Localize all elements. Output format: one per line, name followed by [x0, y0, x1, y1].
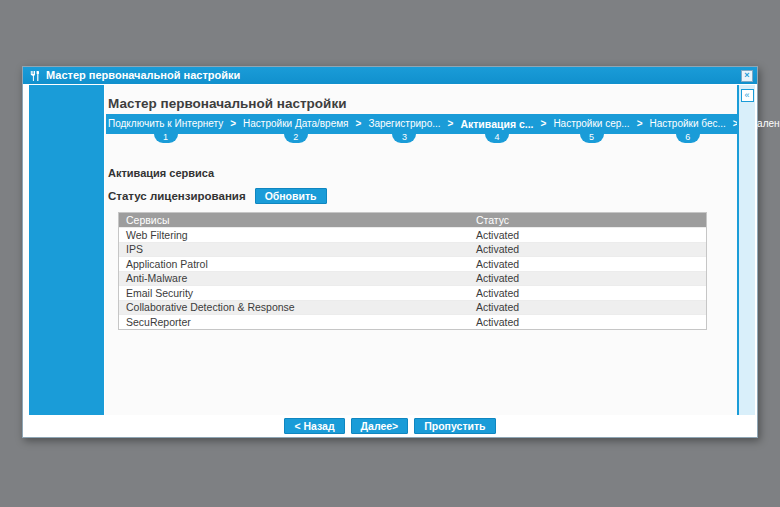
skip-button[interactable]: Пропустить: [414, 418, 495, 434]
step-label-column: Настройки Дата/время 2: [243, 114, 348, 143]
setup-wizard-dialog: Мастер первоначальной настройки × Мастер…: [22, 66, 758, 438]
dialog-body: Мастер первоначальной настройки > Подклю…: [23, 84, 757, 437]
service-name: Application Patrol: [119, 258, 476, 270]
step-label-column: Настройки сер... 5: [553, 114, 629, 143]
wizard-step[interactable]: > Настройки сер... 5: [534, 114, 630, 143]
service-status: Activated: [476, 258, 706, 270]
step-label-column: Активация с... 4: [460, 114, 533, 143]
wizard-step-label: Настройки сер...: [553, 114, 629, 134]
refresh-button[interactable]: Обновить: [255, 188, 327, 204]
service-name: IPS: [119, 243, 476, 255]
service-status: Activated: [476, 272, 706, 284]
wizard-step[interactable]: > Настройки Дата/время 2: [223, 114, 348, 143]
wizard-step-number: 5: [589, 133, 594, 141]
wizard-content: Мастер первоначальной настройки > Подклю…: [105, 85, 739, 415]
wizard-step-label: Активация с...: [460, 114, 533, 134]
wizard-step-number-badge: 5: [580, 134, 604, 143]
wizard-step-number: 2: [293, 133, 298, 141]
wizard-step-number: 1: [163, 133, 168, 141]
table-row: SecuReporter Activated: [119, 314, 706, 329]
service-name: Email Security: [119, 287, 476, 299]
wizard-steps-bar: > Подключить к Интернету 1 > Настройки Д…: [106, 114, 737, 134]
wizard-step[interactable]: > Активация с... 4: [441, 114, 534, 143]
license-table-header: Сервисы Статус: [119, 213, 706, 227]
table-row: Application Patrol Activated: [119, 256, 706, 271]
table-row: IPS Activated: [119, 242, 706, 257]
step-label-column: Настройки бес... 6: [650, 114, 726, 143]
license-status-row: Статус лицензирования Обновить: [108, 188, 327, 204]
table-row: Web Filtering Activated: [119, 227, 706, 242]
step-separator: >: [356, 114, 362, 134]
wizard-step-number-badge: 3: [392, 134, 416, 143]
expand-help-icon[interactable]: «: [741, 89, 754, 102]
column-header-service: Сервисы: [119, 214, 476, 226]
section-title: Активация сервиса: [108, 167, 214, 179]
column-header-status: Статус: [476, 214, 706, 226]
table-row: Collaborative Detection & Response Activ…: [119, 300, 706, 315]
service-status: Activated: [476, 229, 706, 241]
wizard-step[interactable]: > Настройки бес... 6: [630, 114, 726, 143]
wizard-step-number: 6: [685, 133, 690, 141]
wizard-step-label: Настройки бес...: [650, 114, 726, 134]
next-button[interactable]: Далее>: [351, 418, 409, 434]
dialog-title: Мастер первоначальной настройки: [46, 67, 741, 84]
license-table: Сервисы Статус Web Filtering Activated I…: [118, 212, 707, 330]
wizard-step[interactable]: > Подключить к Интернету 1: [108, 114, 223, 143]
step-separator: >: [448, 114, 454, 134]
step-separator: >: [637, 114, 643, 134]
service-status: Activated: [476, 301, 706, 313]
wizard-step-number-badge: 2: [284, 134, 308, 143]
service-name: SecuReporter: [119, 316, 476, 328]
step-label-column: Подключить к Интернету 1: [108, 114, 223, 143]
wizard-step-number: 4: [494, 133, 499, 141]
close-icon[interactable]: ×: [741, 70, 753, 82]
wizard-step[interactable]: > Зарегистриро... 3: [349, 114, 441, 143]
table-row: Email Security Activated: [119, 285, 706, 300]
wizard-step-number-badge: 6: [676, 134, 700, 143]
license-table-body: Web Filtering Activated IPS Activated Ap…: [119, 227, 706, 329]
wizard-step-label: Подключить к Интернету: [108, 114, 223, 134]
step-separator: >: [230, 114, 236, 134]
service-name: Web Filtering: [119, 229, 476, 241]
service-status: Activated: [476, 243, 706, 255]
page-title: Мастер первоначальной настройки: [108, 96, 346, 111]
step-label-column: Зарегистриро... 3: [368, 114, 440, 143]
wizard-step-number: 3: [402, 133, 407, 141]
wizard-step-label: Настройки Дата/время: [243, 114, 348, 134]
service-status: Activated: [476, 287, 706, 299]
wizard-step-number-badge: 4: [485, 134, 509, 143]
wizard-footer: < Назад Далее> Пропустить: [23, 418, 757, 434]
help-panel-collapsed: «: [737, 85, 755, 415]
license-status-label: Статус лицензирования: [108, 190, 246, 202]
step-separator: >: [541, 114, 547, 134]
wizard-sidebar: [29, 85, 104, 415]
back-button[interactable]: < Назад: [284, 418, 344, 434]
wizard-tools-icon: [29, 70, 41, 82]
service-status: Activated: [476, 316, 706, 328]
service-name: Anti-Malware: [119, 272, 476, 284]
wizard-step-label: Зарегистриро...: [368, 114, 440, 134]
wizard-step-number-badge: 1: [154, 134, 178, 143]
service-name: Collaborative Detection & Response: [119, 301, 476, 313]
table-row: Anti-Malware Activated: [119, 271, 706, 286]
dialog-titlebar[interactable]: Мастер первоначальной настройки ×: [23, 67, 757, 84]
